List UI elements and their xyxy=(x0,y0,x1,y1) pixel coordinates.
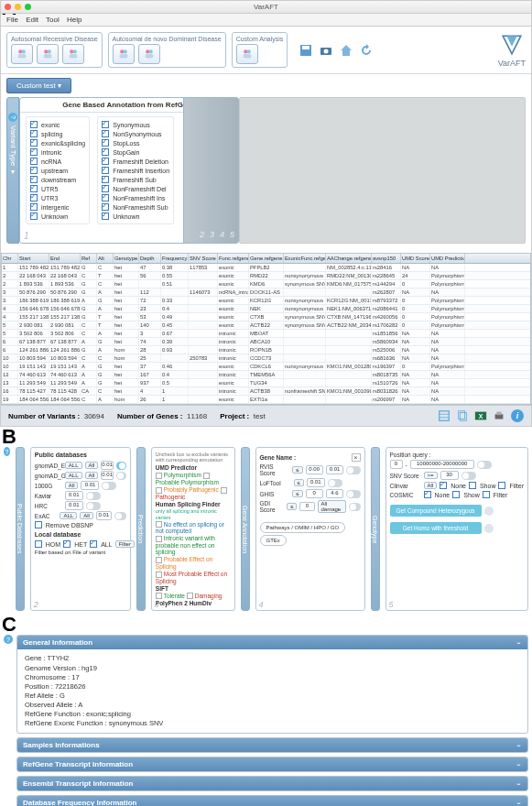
table-row[interactable]: 1151 789 482151 789 482GChet470.38117853… xyxy=(2,264,530,272)
pos-start[interactable]: 0 xyxy=(390,460,403,469)
annot-frameshift-sub[interactable]: Frameshift Sub xyxy=(102,176,169,183)
annot-stopgain[interactable]: StopGain xyxy=(102,148,169,156)
col-ref[interactable]: Ref xyxy=(81,254,97,263)
sift-tolerate[interactable]: Tolerate xyxy=(164,593,185,599)
public-db-tab[interactable]: Public Databases xyxy=(16,447,25,611)
db-threshold[interactable]: 0.01 xyxy=(81,481,99,490)
cv-show[interactable]: Show xyxy=(469,482,496,489)
table-row[interactable]: 667 138 87767 138 877AGhet740.39intronic… xyxy=(2,338,530,346)
all-checkbox[interactable]: ALL xyxy=(90,540,112,548)
section-header[interactable]: Ensembl Transcript Information⌄ xyxy=(17,777,527,790)
annot-intergenic[interactable]: intergenic xyxy=(30,203,85,211)
table-row[interactable]: 21 893 5361 893 536GChet0.51exonicKMD6sy… xyxy=(2,280,530,289)
table-row[interactable]: 3186 388 619186 388 619AGhet720.33exonic… xyxy=(2,297,530,305)
col-genotype[interactable]: Genotype xyxy=(114,254,139,263)
db-threshold[interactable]: 0.01 xyxy=(101,471,114,480)
annot-downstream[interactable]: downstream xyxy=(30,176,85,183)
annot-exonic[interactable]: exonic xyxy=(30,121,85,128)
annot-synonymous[interactable]: Synonymous xyxy=(102,121,169,128)
group-analysis-button[interactable] xyxy=(236,44,258,64)
ghis-min[interactable]: 0 xyxy=(306,489,323,498)
ghis-max[interactable]: 4.6 xyxy=(326,489,343,498)
co-filter[interactable]: Filter xyxy=(483,491,508,498)
db-af[interactable]: All xyxy=(85,462,99,469)
db-toggle[interactable] xyxy=(116,472,126,480)
pedigree-analysis-button[interactable] xyxy=(62,44,84,64)
gtex-button[interactable]: GTEx xyxy=(260,535,287,546)
annot-upstream[interactable]: upstream xyxy=(30,167,85,174)
table-row[interactable]: 1678 115 42778 115 428CAChet41intronicAC… xyxy=(2,387,530,396)
annot-splicing[interactable]: splicing xyxy=(30,130,85,137)
table-row[interactable]: 350 876 29050 876 290GAhet1121146073ncRN… xyxy=(2,289,530,297)
col-end[interactable]: End xyxy=(49,254,81,263)
co-show[interactable]: Show xyxy=(452,491,480,498)
db-threshold[interactable]: 0.01 xyxy=(101,461,114,470)
info-icon[interactable]: i xyxy=(511,409,524,422)
homo-threshold-button[interactable]: Get Homo with threshold xyxy=(390,522,482,534)
loftool-toggle[interactable] xyxy=(328,479,342,487)
snv-op[interactable]: >= xyxy=(424,472,438,479)
excel-export-icon[interactable]: X xyxy=(474,409,487,422)
gdi-val[interactable]: 0 xyxy=(299,502,314,511)
db-toggle[interactable] xyxy=(114,512,126,520)
hsf-intronic[interactable]: Intronic variant with probable non effec… xyxy=(156,535,215,555)
rvis-min[interactable]: 0.00 xyxy=(306,465,323,474)
annot-nonframeshift-ins[interactable]: NonFrameshift Ins xyxy=(102,194,169,202)
trio-analysis-button[interactable] xyxy=(138,44,160,64)
home-icon[interactable] xyxy=(339,43,353,58)
gene-annotation-tab[interactable]: Gene Annotation xyxy=(241,447,250,611)
variant-type-tab[interactable]: ? Variant Type ▾ xyxy=(6,97,19,244)
pos-range[interactable]: 10000000-20000000 xyxy=(410,460,474,469)
db-all[interactable]: ALL xyxy=(65,462,82,469)
col-chr[interactable]: Chr xyxy=(2,254,18,263)
umd-pathogenic[interactable]: Pathogenic xyxy=(156,494,186,500)
col-frequency[interactable]: Frequency xyxy=(161,254,189,263)
genotype-tab[interactable]: Genotype xyxy=(371,447,380,611)
annot-exonic-splicing[interactable]: exonic&splicing xyxy=(30,139,85,147)
snv-value[interactable]: 30 xyxy=(440,471,459,480)
db-threshold[interactable]: 0.01 xyxy=(65,491,83,500)
table-row[interactable]: 1010 803 59410 803 594CChom25250783intro… xyxy=(2,354,530,363)
annot-frameshift-insertion[interactable]: Frameshift Insertion xyxy=(102,167,169,174)
annot-unknown[interactable]: Unknown xyxy=(102,212,169,220)
co-none[interactable]: None xyxy=(424,491,451,498)
db-toggle[interactable] xyxy=(86,502,101,510)
annot-stoploss[interactable]: StopLoss xyxy=(102,139,169,147)
col-alt[interactable]: Alt xyxy=(97,254,114,263)
db-all[interactable]: ALL xyxy=(65,472,82,479)
compound-het-button[interactable]: Get Compound Heterozygous xyxy=(390,505,482,517)
db-all[interactable]: ALL xyxy=(60,512,77,519)
section-header[interactable]: RefGene Transcript Information⌄ xyxy=(17,757,527,771)
refresh-icon[interactable] xyxy=(359,43,374,58)
annot-nonframeshift-sub[interactable]: NonFrameshift Sub xyxy=(102,203,169,211)
pos-toggle[interactable] xyxy=(477,461,492,469)
menu-edit[interactable]: Edit xyxy=(26,16,38,24)
hsf-most-probable[interactable]: Most Probable Effect on Splicing xyxy=(156,571,227,584)
save-icon[interactable] xyxy=(299,43,313,58)
umd-prob-pathogenic[interactable]: Probably Pathogenic xyxy=(164,486,219,493)
camera-icon[interactable] xyxy=(319,43,333,58)
copy-icon[interactable] xyxy=(456,409,469,422)
col-avsnp150[interactable]: avsnp150 xyxy=(372,254,401,263)
table-row[interactable]: 222 168 04322 168 043CThet560.55exonicRM… xyxy=(2,272,530,280)
table-row[interactable]: 6124 261 886124 261 886GAhom280.93intron… xyxy=(2,346,530,354)
gdi-toggle[interactable] xyxy=(349,503,361,511)
col-snv-score[interactable]: SNV Score xyxy=(189,254,218,263)
rvis-max[interactable]: 0.01 xyxy=(326,465,343,474)
ghis-toggle[interactable] xyxy=(346,490,360,498)
sift-damaging[interactable]: Damaging xyxy=(195,593,223,599)
annot-utr5[interactable]: UTR5 xyxy=(30,185,85,192)
db-threshold[interactable]: 0.01 xyxy=(65,501,83,510)
loftool-val[interactable]: 0.01 xyxy=(307,478,325,487)
menu-tool[interactable]: Tool xyxy=(46,16,60,24)
col-func-refgene[interactable]: Func.refgene xyxy=(218,254,249,263)
table-row[interactable]: 4156 646 678156 646 678GAhet230.4exonicN… xyxy=(2,305,530,313)
annot-utr3[interactable]: UTR3 xyxy=(30,194,85,202)
section-header[interactable]: Samples Informations⌄ xyxy=(17,738,527,752)
col-umd-score[interactable]: UMD Score xyxy=(401,254,430,263)
umd-polymorphism[interactable]: Polymorphism xyxy=(164,472,201,478)
trio-analysis-button[interactable] xyxy=(37,44,59,64)
export-table-icon[interactable] xyxy=(438,409,451,422)
print-icon[interactable] xyxy=(493,409,505,422)
single-analysis-button[interactable] xyxy=(113,44,135,64)
